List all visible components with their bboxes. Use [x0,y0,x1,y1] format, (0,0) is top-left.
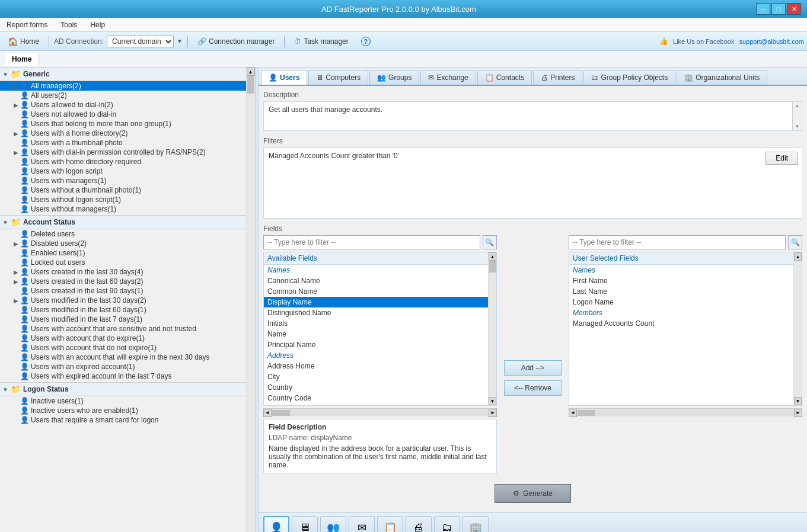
tree-item-logon-script[interactable]: 👤 Users with logon script [0,166,246,176]
tree-item-inactive[interactable]: 👤 Inactive users(1) [0,396,246,406]
tree-item-all-managers[interactable]: ▶ 👤 All managers(2) [0,81,246,91]
facebook-link[interactable]: Like Us on Facebook [673,38,734,45]
tree-item-expired-1[interactable]: 👤 Users with an expired account(1) [0,362,246,371]
sel-item-logon[interactable]: Logon Name [569,297,793,307]
tree-item-no-logon-script[interactable]: 👤 Users without logon script(1) [0,195,246,204]
avail-scroll-up[interactable]: ▲ [489,252,496,261]
tree-item-multi-group[interactable]: 👤 Users that belong to more than one gro… [0,119,246,129]
tab-groups[interactable]: 👥 Groups [369,70,419,85]
available-hscroll[interactable]: ◄ ► [263,408,497,416]
tree-item-created-30[interactable]: ▶ 👤 Users created in the last 30 days(4) [0,267,246,277]
sel-scroll-down[interactable]: ▼ [794,397,802,405]
help-button[interactable]: ? [356,36,375,47]
tree-item-enabled[interactable]: 👤 Enabled users(1) [0,248,246,258]
tab-contacts[interactable]: 📋 Contacts [477,70,532,85]
tree-item-modified-60[interactable]: 👤 Users modified in the last 60 days(1) [0,305,246,315]
bottom-tab-groups[interactable]: 👥 [320,516,346,533]
field-item-canonical[interactable]: Canonical Name [264,275,488,286]
task-manager-button[interactable]: ⏱ Task manager [289,36,353,47]
field-item-principal[interactable]: Principal Name [264,339,488,350]
tree-item-not-dial-in[interactable]: 👤 Users not allowed to dial-in [0,110,246,119]
tree-item-inactive-enabled[interactable]: 👤 Inactive users who are enabled(1) [0,406,246,415]
bottom-tab-ou[interactable]: 🏢 [462,516,489,533]
avail-scroll-down[interactable]: ▼ [489,397,496,405]
menu-help[interactable]: Help [87,20,109,30]
sel-item-names-cat[interactable]: Names [569,265,793,275]
scroll-up-btn[interactable]: ▲ [247,68,255,76]
field-item-address-home[interactable]: Address Home [264,361,488,371]
support-link[interactable]: support@albusbit.com [739,38,804,45]
restore-button[interactable]: □ [771,3,786,15]
field-item-name[interactable]: Name [264,329,488,339]
tree-item-modified-7[interactable]: 👤 Users modified in the last 7 days(1) [0,315,246,324]
sel-item-firstname[interactable]: First Name [569,275,793,286]
tree-item-no-expire[interactable]: 👤 Users with account that do not expire(… [0,343,246,352]
bottom-tab-computers[interactable]: 🖥 [292,516,318,533]
sel-item-members-cat[interactable]: Members [569,307,793,318]
selected-hscroll[interactable]: ◄ ► [569,408,802,416]
tree-item-expire-30[interactable]: 👤 Users with an account that will expire… [0,352,246,362]
tree-item-locked[interactable]: 👤 Locked out users [0,258,246,267]
selected-search-btn[interactable]: 🔍 [788,235,802,249]
tab-users[interactable]: 👤 Users [261,70,307,86]
tab-ou[interactable]: 🏢 Organizational Units [677,70,767,85]
field-item-city[interactable]: City [264,371,488,382]
field-item-initials[interactable]: Initials [264,318,488,329]
tree-scrollbar[interactable]: ▲ ▼ [246,68,254,532]
available-filter-input[interactable] [263,235,480,249]
tab-computers[interactable]: 🖥 Computers [308,70,368,85]
tree-item-no-thumbnail[interactable]: 👤 Users without a thumbnail photo(1) [0,185,246,195]
tab-gpo[interactable]: 🗂 Group Policy Objects [583,70,675,85]
tab-exchange[interactable]: ✉ Exchange [420,70,476,85]
tree-item-smart-card[interactable]: 👤 Users that require a smart card for lo… [0,415,246,425]
home-tab[interactable]: Home [5,53,39,66]
bottom-tab-printers[interactable]: 🖨 [406,516,432,533]
selected-filter-input[interactable] [569,235,786,249]
avail-hscroll-left[interactable]: ◄ [263,409,272,417]
sel-scroll-up[interactable]: ▲ [794,252,802,261]
connection-manager-button[interactable]: 🔗 Connection manager [193,36,279,47]
add-field-button[interactable]: Add --> [504,360,562,376]
sel-hscroll-left[interactable]: ◄ [569,409,577,417]
field-item-address-cat[interactable]: Address [264,350,488,361]
tree-item-modified-30[interactable]: ▶ 👤 Users modified in the last 30 days(2… [0,296,246,305]
tree-item-expired-7[interactable]: 👤 Users with expired account in the last… [0,371,246,381]
field-item-distinguished[interactable]: Distinguished Name [264,307,488,318]
selected-fields-vscroll[interactable]: ▲ ▼ [793,252,802,405]
tree-item-sensitive[interactable]: 👤 Users with account that are sensitive … [0,324,246,334]
field-item-country[interactable]: Country [264,382,488,393]
available-search-btn[interactable]: 🔍 [483,235,497,249]
tree-item-ras-nps[interactable]: ▶ 👤 Users with dial-in permission contro… [0,148,246,157]
bottom-tab-users[interactable]: 👤 [263,516,289,533]
menu-tools[interactable]: Tools [57,20,81,30]
field-item-country-code[interactable]: Country Code [264,393,488,403]
menu-report-forms[interactable]: Report forms [3,20,51,30]
bottom-tab-exchange[interactable]: ✉ [349,516,375,533]
sel-hscroll-right[interactable]: ► [794,409,802,417]
minimize-button[interactable]: ─ [756,3,770,15]
tree-item-disabled[interactable]: ▶ 👤 Disabled users(2) [0,239,246,248]
bottom-tab-gpo[interactable]: 🗂 [434,516,460,533]
sel-item-lastname[interactable]: Last Name [569,286,793,297]
tree-item-created-90[interactable]: 👤 Users created in the last 90 days(1) [0,286,246,296]
domain-selector[interactable]: Current domain [107,36,174,47]
tree-item-home-req[interactable]: 👤 Users with home directory required [0,157,246,166]
tree-item-all-users[interactable]: 👤 All users(2) [0,91,246,100]
edit-filter-button[interactable]: Edit [765,152,798,165]
field-item-names-cat[interactable]: Names [264,265,488,275]
home-button[interactable]: 🏠 Home [3,36,44,47]
tab-printers[interactable]: 🖨 Printers [533,70,582,85]
desc-scrollbar[interactable]: ▲ ▼ [792,102,802,130]
field-item-display[interactable]: Display Name [264,297,488,307]
tree-item-managers[interactable]: 👤 Users with managers(1) [0,176,246,185]
tree-item-thumbnail[interactable]: 👤 Users with a thumbnail photo [0,138,246,148]
tree-item-no-managers[interactable]: 👤 Users without managers(1) [0,204,246,214]
field-item-common[interactable]: Common Name [264,286,488,297]
tree-item-home-dir[interactable]: ▶ 👤 Users with a home directory(2) [0,129,246,138]
tree-item-created-60[interactable]: ▶ 👤 Users created in the last 60 days(2) [0,277,246,286]
avail-hscroll-right[interactable]: ► [489,409,497,417]
available-fields-vscroll[interactable]: ▲ ▼ [488,252,496,405]
remove-field-button[interactable]: <-- Remove [504,380,562,396]
close-button[interactable]: ✕ [787,3,801,15]
sel-item-managed-count[interactable]: Managed Accounts Count [569,318,793,329]
